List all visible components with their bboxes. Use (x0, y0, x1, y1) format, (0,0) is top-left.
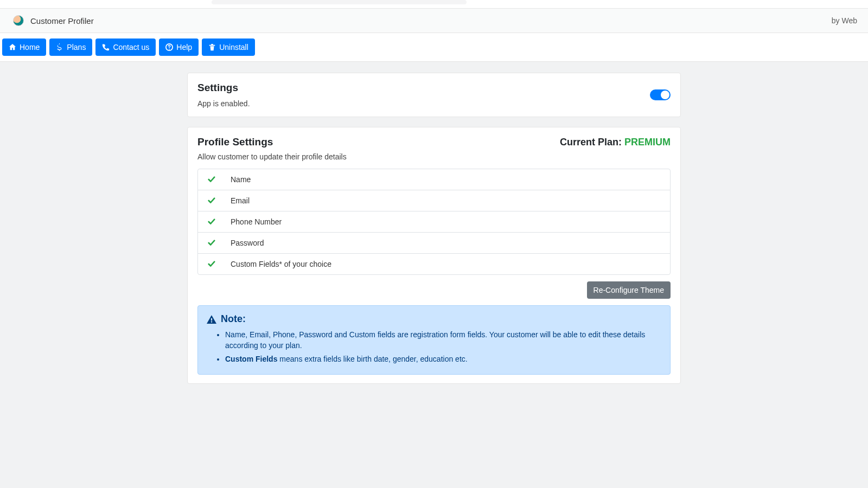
note-item-2-strong: Custom Fields (225, 355, 277, 363)
profile-settings-subtitle: Allow customer to update their profile d… (197, 152, 671, 161)
list-item: Password (198, 233, 670, 254)
warning-triangle-icon (207, 314, 216, 324)
list-item: Custom Fields* of your choice (198, 254, 670, 274)
current-plan-value: PREMIUM (624, 137, 671, 147)
current-plan-label: Current Plan: (560, 137, 624, 147)
check-icon (208, 239, 215, 247)
header-byline: by Web (832, 16, 857, 25)
svg-point-1 (169, 49, 170, 50)
list-item: Phone Number (198, 211, 670, 233)
settings-status-text: App is enabled. (197, 99, 250, 108)
nav-uninstall-label: Uninstall (219, 43, 248, 52)
app-logo-icon (13, 15, 24, 26)
nav-home-label: Home (20, 43, 40, 52)
field-label: Password (231, 239, 264, 247)
profile-settings-card: Profile Settings Current Plan: PREMIUM A… (187, 127, 681, 384)
nav-home-button[interactable]: Home (2, 38, 46, 56)
note-box: Note: Name, Email, Phone, Password and C… (197, 305, 671, 375)
home-icon (9, 43, 16, 51)
nav-contact-button[interactable]: Contact us (95, 38, 156, 56)
field-label: Custom Fields* of your choice (231, 260, 331, 268)
nav-help-button[interactable]: Help (159, 38, 199, 56)
check-icon (208, 197, 215, 204)
note-item-2-rest: means extra fields like birth date, gend… (277, 355, 467, 363)
app-enabled-toggle[interactable] (650, 89, 671, 100)
note-item-2: Custom Fields means extra fields like bi… (225, 354, 661, 364)
field-label: Email (231, 196, 250, 205)
nav-bar: Home Plans Contact us Help Uninstall (0, 33, 868, 62)
note-title: Note: (221, 313, 246, 325)
question-circle-icon (165, 43, 173, 51)
nav-plans-label: Plans (67, 43, 86, 52)
nav-help-label: Help (176, 43, 192, 52)
phone-icon (102, 43, 110, 51)
note-item-1: Name, Email, Phone, Password and Custom … (225, 329, 661, 351)
nav-contact-label: Contact us (113, 43, 149, 52)
check-icon (208, 218, 215, 226)
profile-settings-title: Profile Settings (197, 136, 273, 148)
check-icon (208, 176, 215, 183)
nav-uninstall-button[interactable]: Uninstall (202, 38, 255, 56)
app-header: Customer Profiler by Web (0, 9, 868, 33)
field-label: Phone Number (231, 217, 282, 226)
search-ghost-placeholder (212, 0, 467, 4)
list-item: Name (198, 169, 670, 190)
list-item: Email (198, 190, 670, 211)
settings-card: Settings App is enabled. (187, 73, 681, 117)
trash-icon (208, 43, 216, 51)
reconfigure-theme-button[interactable]: Re-Configure Theme (587, 281, 671, 299)
current-plan: Current Plan: PREMIUM (560, 137, 671, 148)
dollar-icon (56, 43, 63, 51)
check-icon (208, 260, 215, 268)
field-label: Name (231, 175, 251, 184)
profile-fields-list: Name Email Phone Number Password Custom … (197, 169, 671, 275)
top-browser-strip (0, 0, 868, 9)
settings-title: Settings (197, 82, 250, 94)
app-name: Customer Profiler (30, 16, 94, 25)
nav-plans-button[interactable]: Plans (49, 38, 92, 56)
